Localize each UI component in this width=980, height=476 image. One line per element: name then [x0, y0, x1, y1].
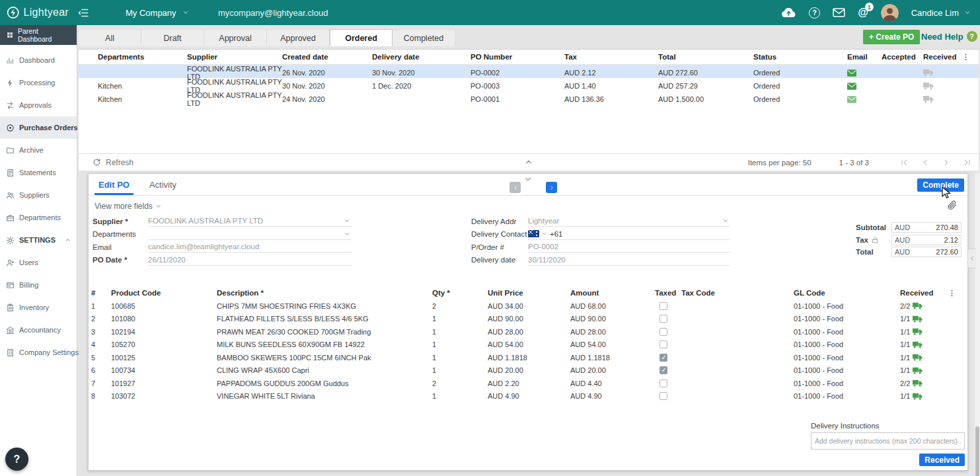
unit-price-cell[interactable]: AUD 4.90 — [488, 392, 570, 400]
tab-activity[interactable]: Activity — [139, 174, 186, 195]
sidebar-item-parent-dashboard[interactable]: Parent Dashboard — [0, 25, 77, 45]
tab-ordered[interactable]: Ordered — [330, 29, 393, 46]
product-code-cell[interactable]: 100125 — [111, 354, 217, 362]
sidebar-fold-icon[interactable] — [78, 7, 89, 19]
description-cell[interactable]: PRAWN MEAT 26/30 COOKED 700GM Trading — [217, 328, 432, 336]
qty-cell[interactable]: 1 — [432, 340, 488, 348]
qty-cell[interactable]: 1 — [432, 392, 488, 400]
tab-all[interactable]: All — [79, 30, 141, 46]
help-icon[interactable]: ? — [809, 7, 820, 19]
po-date-field[interactable]: 26/11/2020 — [148, 255, 352, 266]
first-page-icon[interactable] — [899, 158, 909, 167]
taxed-checkbox[interactable] — [660, 315, 667, 323]
gl-code-cell[interactable]: 01-1000 - Food — [794, 302, 900, 310]
product-code-cell[interactable]: 103072 — [111, 392, 217, 400]
complete-button[interactable]: Complete — [917, 178, 964, 192]
company-selector[interactable]: My Company — [126, 0, 189, 25]
next-page-icon[interactable] — [942, 158, 951, 167]
sidebar-section-settings[interactable]: SETTINGS — [0, 229, 77, 251]
taxed-checkbox[interactable] — [660, 328, 667, 336]
gl-code-cell[interactable]: 01-1000 - Food — [794, 392, 900, 400]
tab-completed[interactable]: Completed — [393, 30, 455, 46]
sidebar-item-users[interactable]: Users — [0, 251, 77, 274]
sidebar-item-dashboard[interactable]: Dashboard — [0, 49, 77, 71]
unit-price-cell[interactable]: AUD 54.00 — [488, 340, 570, 348]
description-cell[interactable]: FLATHEAD FILLETS S/LESS B/LESS 4/6 5KG — [217, 315, 432, 323]
last-page-icon[interactable] — [963, 158, 972, 167]
qty-cell[interactable]: 1 — [432, 366, 488, 374]
prev-po-button[interactable] — [509, 182, 521, 193]
items-per-page[interactable]: Items per page: 50 — [748, 159, 811, 167]
unit-price-cell[interactable]: AUD 20.00 — [488, 366, 570, 374]
unit-price-cell[interactable]: AUD 90.00 — [488, 315, 570, 323]
unit-price-cell[interactable]: AUD 2.20 — [488, 379, 570, 387]
collapse-edit-panel-icon[interactable] — [523, 175, 533, 184]
table-row[interactable]: Kitchen FOODLINK AUSTRALIA PTY LTD 24 No… — [79, 91, 979, 104]
departments-select[interactable] — [148, 229, 352, 240]
table-row[interactable]: Kitchen FOODLINK AUSTRALIA PTY LTD 30 No… — [79, 78, 979, 91]
tab-edit-po[interactable]: Edit PO — [89, 174, 139, 195]
delivery-instructions-input[interactable] — [811, 433, 964, 449]
gl-code-cell[interactable]: 01-1000 - Food — [794, 340, 900, 348]
product-code-cell[interactable]: 101927 — [111, 379, 217, 387]
gl-code-cell[interactable]: 01-1000 - Food — [794, 354, 900, 362]
product-code-cell[interactable]: 100734 — [111, 366, 217, 374]
sidebar-item-purchase-orders[interactable]: Purchase Orders — [0, 116, 77, 139]
email-field[interactable]: candice.lim@teamlightyear.cloud — [148, 241, 352, 253]
product-code-cell[interactable]: 100685 — [111, 302, 217, 310]
notifications-icon[interactable]: @ 1 — [858, 7, 868, 19]
gl-code-cell[interactable]: 01-1000 - Food — [794, 379, 900, 387]
qty-cell[interactable]: 1 — [432, 354, 488, 362]
received-truck-icon[interactable] — [913, 379, 923, 387]
gl-code-cell[interactable]: 01-1000 - Food — [794, 328, 900, 336]
received-truck-icon[interactable] — [913, 367, 923, 374]
qty-cell[interactable]: 1 — [432, 315, 488, 323]
received-truck-icon[interactable] — [913, 341, 923, 348]
taxed-checkbox[interactable] — [660, 379, 667, 387]
sidebar-item-inventory[interactable]: Inventory — [0, 296, 77, 319]
received-truck-icon[interactable] — [913, 393, 923, 400]
cloud-sync-icon[interactable] — [781, 7, 796, 18]
attachment-paperclip-icon[interactable] — [948, 200, 957, 210]
taxed-checkbox[interactable] — [660, 302, 667, 310]
need-help-link[interactable]: Need Help ? — [921, 31, 977, 42]
create-po-button[interactable]: + Create PO — [863, 30, 920, 44]
sidebar-item-processing[interactable]: Processing — [0, 71, 77, 94]
product-code-cell[interactable]: 102194 — [111, 328, 217, 336]
tab-approved[interactable]: Approved — [267, 30, 330, 46]
lightyear-logo[interactable]: Lightyear — [0, 6, 69, 19]
sidebar-item-accountancy[interactable]: Accountancy — [0, 319, 77, 341]
sidebar-item-archive[interactable]: Archive — [0, 139, 77, 161]
taxed-checkbox[interactable] — [660, 340, 667, 348]
qty-cell[interactable]: 2 — [432, 302, 488, 310]
gl-code-cell[interactable]: 01-1000 - Food — [794, 315, 900, 323]
sidebar-item-departments[interactable]: Departments — [0, 206, 77, 229]
description-cell[interactable]: MILK BUNS SEEDLESS 60X90GM FB 14922 — [217, 340, 432, 348]
mail-icon[interactable] — [833, 8, 845, 17]
tab-draft[interactable]: Draft — [141, 30, 204, 46]
product-code-cell[interactable]: 105270 — [111, 340, 217, 348]
taxed-checkbox[interactable] — [660, 354, 667, 362]
description-cell[interactable]: VINEGAR WHITE 5LT Riviana — [217, 392, 432, 400]
delivery-contact-field[interactable]: +61 — [528, 229, 730, 240]
received-button[interactable]: Received — [919, 454, 965, 466]
delivery-date-field[interactable]: 30/11/2020 — [528, 255, 730, 266]
sidebar-item-statements[interactable]: Statements — [0, 161, 77, 184]
received-truck-icon[interactable] — [913, 328, 923, 335]
panel-collapse-handle[interactable] — [967, 249, 976, 268]
collapse-list-icon[interactable] — [524, 157, 533, 167]
qty-cell[interactable]: 2 — [432, 379, 488, 387]
help-fab-button[interactable]: ? — [5, 448, 28, 471]
tab-approval[interactable]: Approval — [204, 30, 267, 46]
description-cell[interactable]: CHIPS 7MM SHOESTRING FRIES 4X3KG — [217, 302, 432, 310]
porder-field[interactable]: PO-0002 — [528, 241, 730, 253]
refresh-button[interactable]: Refresh — [93, 158, 133, 167]
sidebar-item-suppliers[interactable]: Suppliers — [0, 184, 77, 206]
received-truck-icon[interactable] — [913, 302, 923, 309]
product-code-cell[interactable]: 101080 — [111, 315, 217, 323]
received-truck-icon[interactable] — [913, 354, 923, 361]
description-cell[interactable]: CLING WRAP 45X600 Capri — [217, 366, 432, 374]
next-po-button[interactable] — [546, 182, 557, 193]
qty-cell[interactable]: 1 — [432, 328, 488, 336]
received-truck-icon[interactable] — [913, 315, 923, 323]
